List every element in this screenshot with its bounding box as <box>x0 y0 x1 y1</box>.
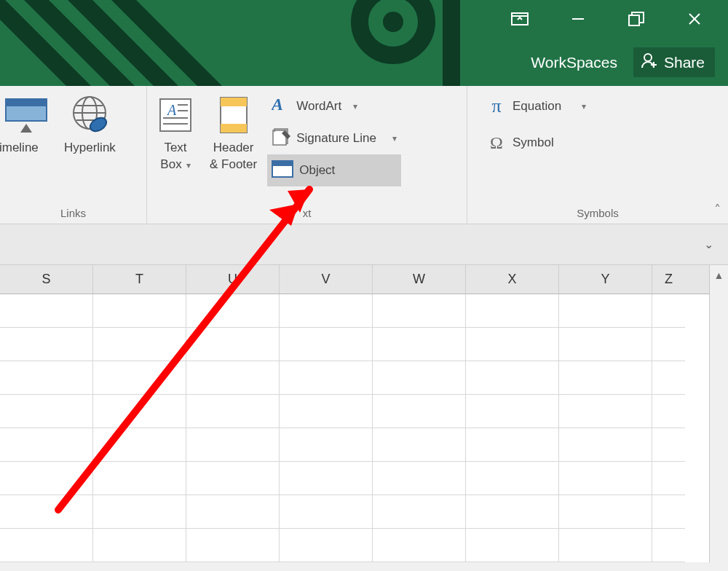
cell[interactable] <box>652 294 685 328</box>
column-header[interactable]: Y <box>559 265 652 294</box>
cell[interactable] <box>466 395 559 428</box>
text-box-button[interactable]: A Text Box <box>151 90 199 173</box>
cell[interactable] <box>0 395 93 428</box>
cell[interactable] <box>559 462 652 495</box>
cell[interactable] <box>93 294 186 328</box>
cell[interactable] <box>652 361 685 395</box>
table-row[interactable] <box>0 395 728 428</box>
cell[interactable] <box>280 529 373 562</box>
cell[interactable] <box>0 529 93 562</box>
maximize-restore-button[interactable] <box>622 8 651 30</box>
worksheet-grid[interactable]: S T U V W X Y Z ▲ <box>0 265 728 562</box>
cell[interactable] <box>0 462 93 495</box>
cell[interactable] <box>652 529 685 562</box>
cell[interactable] <box>0 294 93 328</box>
cell[interactable] <box>373 428 466 462</box>
cell[interactable] <box>0 361 93 395</box>
cell[interactable] <box>652 462 685 495</box>
column-header[interactable]: X <box>466 265 559 294</box>
collapse-ribbon-button[interactable]: ˄ <box>714 202 721 218</box>
close-button[interactable] <box>680 8 709 30</box>
cell[interactable] <box>466 361 559 395</box>
cell[interactable] <box>280 395 373 428</box>
cell[interactable] <box>373 495 466 529</box>
cell[interactable] <box>93 361 186 395</box>
cell[interactable] <box>652 395 685 428</box>
cell[interactable] <box>559 361 652 395</box>
cell[interactable] <box>652 495 685 529</box>
cell[interactable] <box>186 328 280 361</box>
cell[interactable] <box>186 395 280 428</box>
cell[interactable] <box>280 462 373 495</box>
cell[interactable] <box>466 328 559 361</box>
signature-line-button[interactable]: Signature Line ▾ <box>267 122 401 154</box>
cell[interactable] <box>373 462 466 495</box>
cell[interactable] <box>280 294 373 328</box>
cell[interactable] <box>93 395 186 428</box>
ribbon-display-options-button[interactable] <box>505 8 534 30</box>
table-row[interactable] <box>0 328 728 361</box>
cell[interactable] <box>466 428 559 462</box>
cell[interactable] <box>373 328 466 361</box>
cell[interactable] <box>93 428 186 462</box>
vertical-scrollbar[interactable]: ▲ <box>709 265 728 562</box>
cell[interactable] <box>559 395 652 428</box>
column-header[interactable]: U <box>186 265 280 294</box>
share-button[interactable]: Share <box>633 47 715 77</box>
cell[interactable] <box>280 361 373 395</box>
cell[interactable] <box>280 328 373 361</box>
table-row[interactable] <box>0 462 728 495</box>
table-row[interactable] <box>0 361 728 395</box>
cell[interactable] <box>186 462 280 495</box>
cell[interactable] <box>0 328 93 361</box>
cell[interactable] <box>652 328 685 361</box>
timeline-button[interactable]: Timeline <box>4 90 54 155</box>
minimize-button[interactable] <box>563 8 593 30</box>
table-row[interactable] <box>0 495 728 529</box>
formula-bar[interactable]: ⌄ <box>0 224 728 265</box>
column-header[interactable]: Z <box>652 265 685 294</box>
cell[interactable] <box>559 428 652 462</box>
hyperlink-button[interactable]: Hyperlink <box>58 90 122 155</box>
workspaces-button[interactable]: WorkSpaces <box>525 50 623 76</box>
column-header[interactable]: W <box>373 265 466 294</box>
cell[interactable] <box>93 328 186 361</box>
cell[interactable] <box>466 495 559 529</box>
table-row[interactable] <box>0 294 728 328</box>
cell[interactable] <box>186 361 280 395</box>
cell[interactable] <box>373 294 466 328</box>
cell[interactable] <box>280 428 373 462</box>
cell[interactable] <box>186 529 280 562</box>
cell[interactable] <box>466 529 559 562</box>
cell[interactable] <box>373 529 466 562</box>
object-button[interactable]: Object <box>267 154 401 186</box>
cell[interactable] <box>559 294 652 328</box>
expand-formula-bar-button[interactable]: ⌄ <box>698 235 719 254</box>
column-header[interactable]: V <box>280 265 373 294</box>
cell[interactable] <box>559 495 652 529</box>
cell[interactable] <box>186 294 280 328</box>
scroll-up-button[interactable]: ▲ <box>710 265 728 286</box>
cell[interactable] <box>466 462 559 495</box>
cell[interactable] <box>373 361 466 395</box>
cell[interactable] <box>652 428 685 462</box>
symbol-button[interactable]: Ω Symbol <box>482 127 558 159</box>
cell[interactable] <box>373 395 466 428</box>
cell[interactable] <box>559 328 652 361</box>
table-row[interactable] <box>0 428 728 462</box>
cell[interactable] <box>93 462 186 495</box>
wordart-button[interactable]: A WordArt ▾ <box>267 90 401 122</box>
header-footer-button[interactable]: Header & Footer <box>204 90 263 173</box>
table-row[interactable] <box>0 529 728 562</box>
cell[interactable] <box>93 495 186 529</box>
equation-button[interactable]: π Equation ▾ <box>482 90 590 122</box>
cell[interactable] <box>186 428 280 462</box>
cell[interactable] <box>559 529 652 562</box>
cell[interactable] <box>280 495 373 529</box>
cell[interactable] <box>0 428 93 462</box>
cell[interactable] <box>93 529 186 562</box>
column-header[interactable]: S <box>0 265 93 294</box>
column-header[interactable]: T <box>93 265 186 294</box>
cell[interactable] <box>186 495 280 529</box>
grid-cells[interactable] <box>0 294 728 562</box>
